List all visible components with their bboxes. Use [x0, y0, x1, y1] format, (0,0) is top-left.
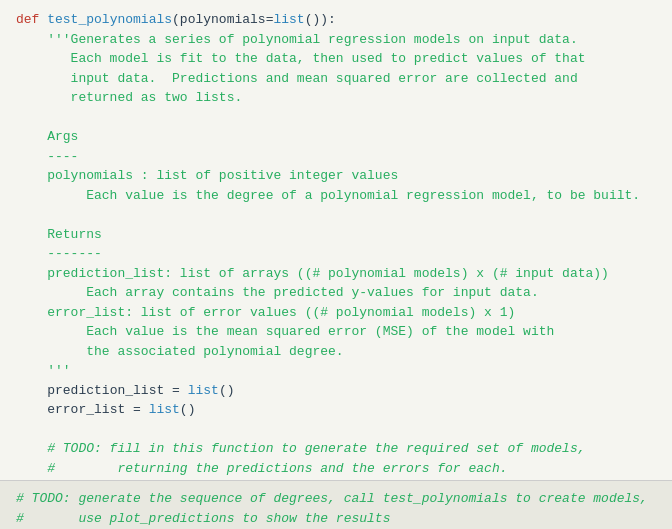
code-line-2: '''Generates a series of polynomial regr…: [16, 30, 656, 50]
code-line-4: input data. Predictions and mean squared…: [16, 69, 656, 89]
code-line-13: -------: [16, 244, 656, 264]
code-line-17: Each value is the mean squared error (MS…: [16, 322, 656, 342]
code-line-6: [16, 108, 656, 128]
code-line-15: Each array contains the predicted y-valu…: [16, 283, 656, 303]
code-line-21: error_list = list(): [16, 400, 656, 420]
code-line-8: ----: [16, 147, 656, 167]
code-line-18: the associated polynomial degree.: [16, 342, 656, 362]
code-line-3: Each model is fit to the data, then used…: [16, 49, 656, 69]
code-line-22: [16, 420, 656, 440]
code-line-14: prediction_list: list of arrays ((# poly…: [16, 264, 656, 284]
code-line-20: prediction_list = list(): [16, 381, 656, 401]
code-line-7: Args: [16, 127, 656, 147]
code-line-10: Each value is the degree of a polynomial…: [16, 186, 656, 206]
code-line-16: error_list: list of error values ((# pol…: [16, 303, 656, 323]
bottom-comment-1: # TODO: generate the sequence of degrees…: [16, 489, 656, 509]
code-line-19: ''': [16, 361, 656, 381]
code-line-12: Returns: [16, 225, 656, 245]
code-line-5: returned as two lists.: [16, 88, 656, 108]
bottom-comment-area: # TODO: generate the sequence of degrees…: [0, 480, 672, 529]
code-area: def test_polynomials(polynomials=list())…: [0, 0, 672, 480]
code-line-24: # returning the predictions and the erro…: [16, 459, 656, 479]
bottom-comment-2: # use plot_predictions to show the resul…: [16, 509, 656, 529]
code-line-11: [16, 205, 656, 225]
code-line-23: # TODO: fill in this function to generat…: [16, 439, 656, 459]
code-line-1: def test_polynomials(polynomials=list())…: [16, 10, 656, 30]
code-line-9: polynomials : list of positive integer v…: [16, 166, 656, 186]
